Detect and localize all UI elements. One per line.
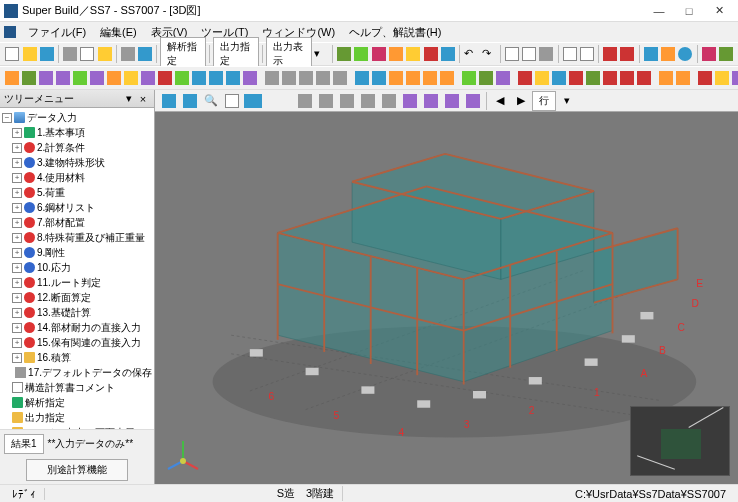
tree-view[interactable]: − データ入力 +1.基本事項 +2.計算条件 +3.建物特殊形状 +4.使用材…: [0, 108, 154, 429]
vp-icon-9[interactable]: [379, 91, 399, 111]
vp-icon-12[interactable]: [442, 91, 462, 111]
expand-icon[interactable]: +: [12, 128, 22, 138]
undo-icon[interactable]: ↶: [463, 44, 479, 64]
print-icon[interactable]: [120, 44, 136, 64]
t2-icon-39[interactable]: [697, 68, 713, 88]
tb-icon-g[interactable]: [440, 44, 456, 64]
tree-root[interactable]: − データ入力: [2, 110, 152, 125]
tb-icon-l[interactable]: [579, 44, 595, 64]
viewport-3d[interactable]: 🔍 ◀ ▶ 行 ▾: [155, 90, 738, 484]
t2-icon-37[interactable]: [658, 68, 674, 88]
tree-item[interactable]: +6.鋼材リスト: [2, 200, 152, 215]
t2-icon-27[interactable]: [478, 68, 494, 88]
t2-icon-15[interactable]: [242, 68, 258, 88]
new-icon[interactable]: [4, 44, 20, 64]
t2-icon-12[interactable]: [191, 68, 207, 88]
tree-item[interactable]: +2.計算条件: [2, 140, 152, 155]
t2-icon-13[interactable]: [208, 68, 224, 88]
t2-icon-41[interactable]: [731, 68, 738, 88]
tree-item[interactable]: +16.積算: [2, 350, 152, 365]
vp-icon-5[interactable]: [295, 91, 315, 111]
tb-icon-d[interactable]: [388, 44, 404, 64]
t2-icon-1[interactable]: [4, 68, 20, 88]
t2-icon-18[interactable]: [298, 68, 314, 88]
t2-icon-16[interactable]: [264, 68, 280, 88]
vp-icon-2[interactable]: [180, 91, 200, 111]
expand-icon[interactable]: +: [12, 188, 22, 198]
tb-icon-o[interactable]: [700, 44, 716, 64]
tree-item[interactable]: +13.基礎計算: [2, 305, 152, 320]
minimap[interactable]: [630, 406, 730, 476]
grid2-icon[interactable]: [619, 44, 635, 64]
tb-icon-i[interactable]: [521, 44, 537, 64]
close-button[interactable]: ✕: [704, 1, 734, 21]
tb-icon-a[interactable]: [336, 44, 352, 64]
t2-icon-11[interactable]: [174, 68, 190, 88]
tb-icon-j[interactable]: [538, 44, 554, 64]
vp-icon-8[interactable]: [358, 91, 378, 111]
tb-icon-e[interactable]: [405, 44, 421, 64]
paste-icon[interactable]: [97, 44, 113, 64]
t2-icon-40[interactable]: [714, 68, 730, 88]
expand-icon[interactable]: +: [12, 203, 22, 213]
tb-icon-k[interactable]: [561, 44, 577, 64]
vp-icon-7[interactable]: [337, 91, 357, 111]
t2-icon-9[interactable]: [140, 68, 156, 88]
vp-nav-left-icon[interactable]: ◀: [490, 91, 510, 111]
save-icon[interactable]: [39, 44, 55, 64]
tree-item[interactable]: +11.ルート判定: [2, 275, 152, 290]
expand-icon[interactable]: +: [12, 308, 22, 318]
vp-zoom-icon[interactable]: 🔍: [201, 91, 221, 111]
expand-icon[interactable]: +: [12, 338, 22, 348]
t2-icon-31[interactable]: [551, 68, 567, 88]
redo-icon[interactable]: ↷: [480, 44, 496, 64]
vp-nav-right-icon[interactable]: ▶: [511, 91, 531, 111]
t2-icon-23[interactable]: [388, 68, 404, 88]
menu-file[interactable]: ファイル(F): [22, 23, 92, 42]
t2-icon-17[interactable]: [281, 68, 297, 88]
tree-item[interactable]: +3.建物特殊形状: [2, 155, 152, 170]
expand-icon[interactable]: +: [12, 353, 22, 363]
tree-item[interactable]: 構造計算書コメント: [2, 380, 152, 395]
tree-item[interactable]: +15.保有関連の直接入力: [2, 335, 152, 350]
menu-help[interactable]: ヘルプ、解説書(H): [343, 23, 447, 42]
vp-icon-6[interactable]: [316, 91, 336, 111]
t2-icon-29[interactable]: [517, 68, 533, 88]
t2-icon-34[interactable]: [602, 68, 618, 88]
sidebar-pin-icon[interactable]: ▾: [122, 92, 136, 106]
collapse-icon[interactable]: −: [2, 113, 12, 123]
expand-icon[interactable]: +: [12, 218, 22, 228]
vp-icon-1[interactable]: [159, 91, 179, 111]
maximize-button[interactable]: □: [674, 1, 704, 21]
t2-icon-35[interactable]: [619, 68, 635, 88]
expand-icon[interactable]: +: [12, 263, 22, 273]
t2-icon-7[interactable]: [106, 68, 122, 88]
vp-icon-3[interactable]: [222, 91, 242, 111]
tree-item[interactable]: +4.使用材料: [2, 170, 152, 185]
t2-icon-22[interactable]: [371, 68, 387, 88]
vp-icon-4[interactable]: [243, 91, 263, 111]
tree-item[interactable]: +5.荷重: [2, 185, 152, 200]
tree-item[interactable]: +9.剛性: [2, 245, 152, 260]
axis-gizmo[interactable]: [163, 436, 203, 476]
t2-icon-4[interactable]: [55, 68, 71, 88]
extra-calc-button[interactable]: 別途計算機能: [26, 459, 128, 481]
tb-dropdown-icon[interactable]: ▾: [313, 44, 329, 64]
t2-icon-19[interactable]: [315, 68, 331, 88]
grid-icon[interactable]: [602, 44, 618, 64]
vp-icon-10[interactable]: [400, 91, 420, 111]
t2-icon-24[interactable]: [405, 68, 421, 88]
expand-icon[interactable]: +: [12, 293, 22, 303]
tb-icon-f[interactable]: [423, 44, 439, 64]
viewport-canvas[interactable]: 65 43 21 AB CD E: [155, 112, 738, 484]
vp-dropdown-icon[interactable]: ▾: [557, 91, 577, 111]
t2-icon-38[interactable]: [675, 68, 691, 88]
t2-icon-8[interactable]: [123, 68, 139, 88]
tree-item[interactable]: +1.基本事項: [2, 125, 152, 140]
tb-icon-h[interactable]: [504, 44, 520, 64]
t2-icon-5[interactable]: [72, 68, 88, 88]
result-button[interactable]: 結果1: [4, 434, 44, 454]
vp-run-label[interactable]: 行: [532, 91, 556, 111]
menu-edit[interactable]: 編集(E): [94, 23, 143, 42]
t2-icon-21[interactable]: [354, 68, 370, 88]
